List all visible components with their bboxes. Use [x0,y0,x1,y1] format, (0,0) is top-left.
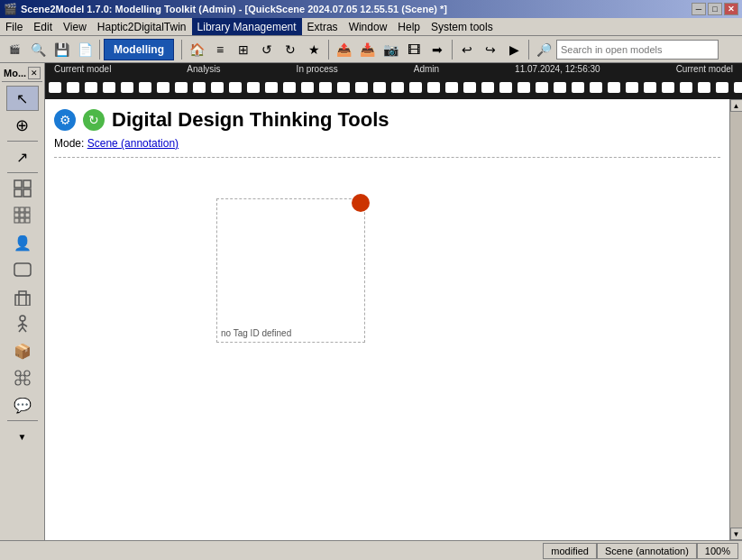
toolbar-refresh2[interactable]: ↻ [279,39,301,60]
svg-line-21 [19,327,23,332]
scroll-up-arrow[interactable]: ▲ [730,99,743,112]
svg-rect-13 [14,263,31,276]
film-hole [427,82,440,93]
film-hole [554,82,566,93]
toolbar-film[interactable]: 🎞 [403,39,425,60]
film-hole [499,82,512,93]
title-bar-controls[interactable]: ─ □ ✕ [692,3,738,15]
tool-building[interactable] [6,284,39,309]
film-hole [139,82,151,93]
tool-speech[interactable]: 💬 [6,392,39,418]
svg-point-17 [20,316,25,321]
toolbar-star[interactable]: ★ [303,39,325,60]
menu-library[interactable]: Library Management [192,18,302,35]
scroll-down-arrow[interactable]: ▼ [730,528,743,540]
toolbar-camera[interactable]: 📷 [380,39,401,60]
svg-rect-9 [25,213,30,217]
page-title: Digital Design Thinking Tools [112,108,389,132]
toolbar-grid[interactable]: ⊞ [233,39,254,60]
menu-help[interactable]: Help [392,18,426,35]
toolbar-btn-2[interactable]: 💾 [50,39,72,60]
mode-link[interactable]: Scene (annotation) [87,137,179,150]
toolbar-undo[interactable]: ↩ [456,39,478,60]
tool-crosshair[interactable]: ⊕ [6,113,39,138]
tool-grid-small[interactable] [6,203,39,228]
film-hole [463,82,476,93]
svg-rect-4 [14,207,19,212]
toolbar-btn-1[interactable]: 🔍 [27,39,49,60]
tag-element[interactable]: no Tag ID defined [216,198,365,343]
menu-extras[interactable]: Extras [302,18,344,35]
toolbar-sep-3 [328,40,329,60]
film-hole [301,82,314,93]
toolbar-refresh1[interactable]: ↺ [256,39,278,60]
right-scrollbar: ▲ ▼ [729,99,742,540]
tool-person[interactable]: 👤 [6,230,39,255]
film-hole [644,82,656,93]
minimize-button[interactable]: ─ [692,3,706,15]
menu-haptic[interactable]: Haptic2DigitalTwin [92,18,192,35]
svg-rect-8 [20,213,24,217]
toolbar-sep-5 [528,40,529,60]
menu-view[interactable]: View [58,18,92,35]
status-zoom: 100% [697,543,738,559]
toolbox-close-button[interactable]: ✕ [28,67,41,79]
menu-window[interactable]: Window [344,18,393,35]
film-hole [572,82,584,93]
menu-system[interactable]: System tools [426,18,499,35]
restore-button[interactable]: □ [708,3,722,15]
toolbar-more[interactable]: ▶ [503,39,525,60]
svg-point-23 [15,371,21,376]
film-hole [157,82,169,93]
tag-dot [352,194,370,212]
menu-file[interactable]: File [0,18,28,35]
modelling-button[interactable]: Modelling [104,39,174,60]
film-hole [67,82,79,93]
status-scene: Scene (annotation) [597,543,697,559]
tool-expand[interactable]: ▼ [6,424,39,449]
film-in-process: In process [297,64,338,74]
svg-rect-14 [15,295,30,306]
film-strip: Current model Analysis In process Admin … [45,63,742,99]
toolbar-home[interactable]: 🏠 [186,39,207,60]
film-hole [247,82,260,93]
film-hole [518,82,530,93]
tool-cluster[interactable] [6,365,39,390]
film-hole [49,82,61,93]
tool-figure[interactable] [6,311,39,336]
tool-grid-large[interactable] [6,176,39,201]
film-hole [481,82,494,93]
film-current-model-2: Current model [676,64,733,74]
tool-rect[interactable] [6,257,39,282]
menu-edit[interactable]: Edit [28,18,58,35]
toolbar-icon-small[interactable]: 🎬 [4,39,25,60]
close-button[interactable]: ✕ [724,3,738,15]
toolbar-list[interactable]: ≡ [209,39,231,60]
svg-point-24 [24,371,30,376]
toolbar-sep-2 [181,40,182,60]
svg-rect-5 [20,207,24,212]
toolbar-arrow-r[interactable]: ➡ [426,39,448,60]
film-holes [45,75,742,99]
search-input[interactable] [556,40,719,60]
toolbox-title: Mo... [4,68,26,78]
svg-rect-0 [14,180,22,188]
tool-arrow[interactable]: ↗ [6,144,39,170]
toolbar-export[interactable]: 📤 [333,39,354,60]
toolbar-import[interactable]: 📥 [356,39,378,60]
film-hole [391,82,404,93]
film-hole [698,82,710,93]
page-title-row: ⚙ ↻ Digital Design Thinking Tools [54,108,720,132]
film-analysis: Analysis [187,64,220,74]
toolbar-binoculars[interactable]: 🔎 [533,39,554,60]
tool-select[interactable]: ↖ [6,86,39,111]
film-current-model-1: Current model [54,64,111,74]
film-hole [265,82,278,93]
menu-bar: File Edit View Haptic2DigitalTwin Librar… [0,18,742,36]
tool-box3d[interactable]: 📦 [6,338,39,363]
title-bar: 🎬 Scene2Model 1.7.0: Modelling Toolkit (… [0,0,742,18]
tag-label: no Tag ID defined [221,328,361,338]
scroll-track-right[interactable] [730,112,742,528]
toolbar-redo[interactable]: ↪ [480,39,501,60]
toolbar-btn-3[interactable]: 📄 [74,39,96,60]
